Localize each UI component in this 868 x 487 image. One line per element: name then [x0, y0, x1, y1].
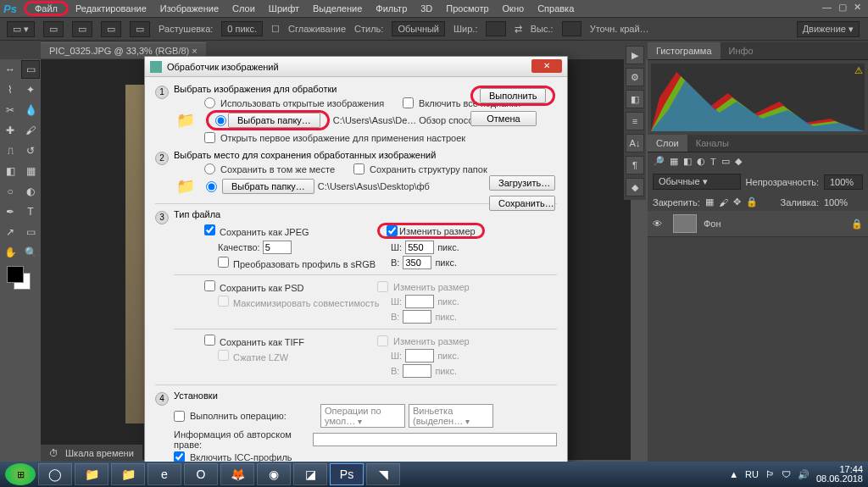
history-brush-tool[interactable]: ↺ [21, 141, 40, 160]
marquee-sub[interactable]: ▭ [101, 21, 121, 37]
shape-tool[interactable]: ▭ [21, 223, 40, 241]
start-button[interactable]: ⊞ [5, 463, 36, 485]
marquee-add[interactable]: ▭ [72, 21, 92, 37]
blend-mode[interactable]: Обычные ▾ [653, 174, 741, 190]
save-psd-check[interactable] [204, 280, 215, 291]
quality-input[interactable] [263, 241, 292, 254]
height-field[interactable] [562, 21, 581, 36]
taskbar-app-7[interactable]: ◉ [257, 463, 291, 485]
layer-item[interactable]: 👁 Фон 🔒 [648, 211, 868, 237]
lock-pos-icon[interactable]: ✥ [733, 196, 741, 208]
lasso-tool[interactable]: ⌇ [1, 80, 19, 99]
copyright-input[interactable] [313, 433, 557, 446]
filter-pixel-icon[interactable]: ◧ [683, 156, 692, 167]
lock-pixel-icon[interactable]: 🖌 [719, 197, 728, 208]
taskbar-photoshop[interactable]: Ps [330, 463, 364, 485]
use-open-radio[interactable] [204, 97, 215, 108]
workspace-select[interactable]: Движение ▾ [797, 21, 860, 37]
minimize-icon[interactable]: — [822, 2, 832, 13]
tab-channels[interactable]: Каналы [687, 135, 737, 152]
taskbar-app-1[interactable]: ◯ [38, 463, 72, 485]
include-subfolders-check[interactable] [403, 97, 414, 108]
width-field[interactable] [486, 21, 505, 36]
tab-layers[interactable]: Слои [648, 135, 687, 152]
marquee-tool[interactable]: ▭ [21, 60, 40, 79]
menu-type[interactable]: Шрифт [262, 2, 306, 15]
close-icon[interactable]: ✕ [854, 2, 861, 13]
taskbar-app-5[interactable]: O [184, 463, 218, 485]
menu-edit[interactable]: Редактирование [69, 2, 153, 15]
clock[interactable]: 17:44 08.06.2018 [816, 465, 863, 484]
panel-icon-2[interactable]: ⚙ [626, 68, 644, 86]
timeline-panel[interactable]: ⏱ Шкала времени [41, 445, 142, 462]
tray-up-icon[interactable]: ▲ [729, 469, 738, 479]
filter-kind-icon[interactable]: ▦ [670, 156, 678, 167]
select-folder-radio[interactable] [215, 115, 226, 126]
menu-select[interactable]: Выделение [306, 2, 369, 15]
run-button[interactable]: Выполнить [480, 88, 546, 103]
tool-preset[interactable]: ▭ ▾ [7, 21, 35, 37]
save-same-radio[interactable] [204, 163, 215, 174]
style-select[interactable]: Обычный [392, 21, 445, 36]
antialias-check[interactable]: ☐ [271, 24, 280, 35]
panel-icon-1[interactable]: ▶ [626, 46, 644, 64]
pen-tool[interactable]: ✒ [1, 202, 19, 221]
menu-filter[interactable]: Фильтр [369, 2, 414, 15]
select-dest-folder-button[interactable]: Выбрать папку… [222, 179, 314, 194]
dodge-tool[interactable]: ◐ [21, 182, 40, 201]
tray-icon-3[interactable]: 🔊 [798, 469, 810, 480]
dialog-close-button[interactable]: ✕ [531, 59, 562, 73]
taskbar-app-3[interactable]: 📁 [111, 463, 145, 485]
filter-icon[interactable]: 🔎 [653, 156, 665, 167]
lock-all-icon[interactable]: 🔒 [746, 196, 758, 208]
tray-icon-2[interactable]: 🛡 [782, 469, 791, 479]
srgb-check[interactable] [218, 257, 229, 268]
panel-icon-4[interactable]: ≡ [626, 112, 644, 130]
visibility-icon[interactable]: 👁 [653, 219, 666, 229]
tab-info[interactable]: Инфо [721, 42, 762, 59]
move-tool[interactable]: ↔ [1, 60, 19, 79]
save-tiff-check[interactable] [204, 335, 215, 346]
maximize-icon[interactable]: ▢ [838, 2, 847, 13]
path-tool[interactable]: ↗ [1, 223, 19, 241]
marquee-int[interactable]: ▭ [130, 21, 150, 37]
menu-image[interactable]: Изображение [153, 2, 225, 15]
refine-label[interactable]: Уточн. край… [590, 24, 649, 34]
taskbar-app-9[interactable]: ◥ [366, 463, 400, 485]
type-tool[interactable]: T [21, 202, 40, 221]
resize-jpeg-check[interactable] [387, 225, 398, 236]
hand-tool[interactable]: ✋ [1, 243, 19, 262]
taskbar-app-4[interactable]: e [147, 463, 181, 485]
filter-shape-icon[interactable]: ▭ [721, 156, 730, 167]
lang-indicator[interactable]: RU [745, 469, 759, 479]
menu-help[interactable]: Справка [531, 2, 581, 15]
width-input[interactable] [405, 241, 434, 254]
filter-type-icon[interactable]: T [710, 157, 716, 167]
gradient-tool[interactable]: ▦ [21, 162, 40, 180]
stamp-tool[interactable]: ⎍ [1, 141, 19, 160]
height-input[interactable] [403, 256, 431, 269]
marquee-normal[interactable]: ▭ [43, 21, 64, 37]
color-swatch[interactable] [7, 266, 32, 291]
open-first-check[interactable] [204, 132, 215, 143]
menu-3d[interactable]: 3D [414, 2, 439, 15]
swap-icon[interactable]: ⇄ [515, 24, 522, 35]
menu-file[interactable]: Файл [24, 1, 69, 16]
run-action-check[interactable] [174, 411, 185, 422]
tray-icon-1[interactable]: 🏳 [765, 469, 775, 479]
dialog-titlebar[interactable]: Обработчик изображений ✕ [145, 57, 567, 77]
action-set-combo[interactable]: Операции по умол… ▾ [320, 404, 405, 428]
heal-tool[interactable]: ✚ [1, 121, 19, 140]
zoom-tool[interactable]: 🔍 [21, 243, 40, 262]
taskbar-app-8[interactable]: ◪ [293, 463, 327, 485]
select-source-folder-button[interactable]: Выбрать папку… [228, 113, 320, 128]
panel-icon-3[interactable]: ◧ [626, 90, 644, 108]
filter-smart-icon[interactable]: ◆ [735, 156, 742, 167]
menu-view[interactable]: Просмотр [439, 2, 495, 15]
save-jpeg-check[interactable] [204, 224, 215, 235]
load-button[interactable]: Загрузить… [489, 175, 555, 191]
eraser-tool[interactable]: ◧ [1, 162, 19, 180]
tab-histogram[interactable]: Гистограмма [648, 42, 721, 59]
menu-layers[interactable]: Слои [225, 2, 262, 15]
action-combo[interactable]: Виньетка (выделен… ▾ [409, 404, 493, 428]
